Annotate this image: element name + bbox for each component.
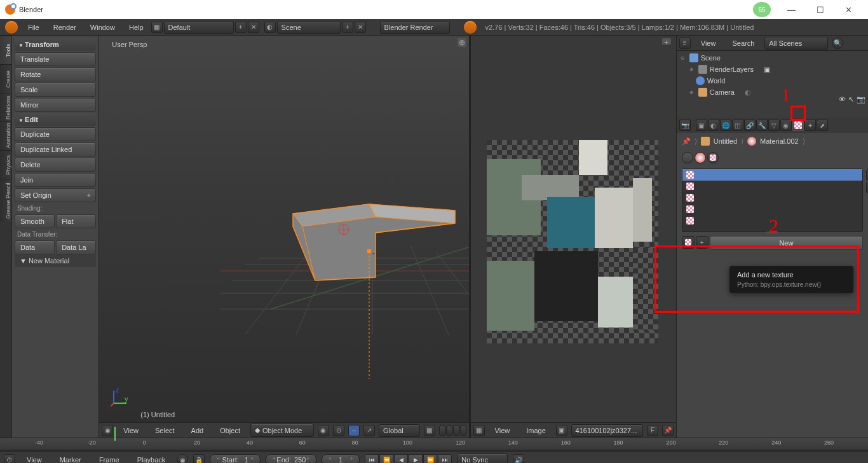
mode-selector[interactable]: ◆ Object Mode (250, 424, 314, 437)
menu-render[interactable]: Render (47, 21, 83, 34)
search-icon[interactable]: 🔍 (832, 38, 843, 49)
flat-button[interactable]: Flat (56, 214, 96, 228)
texture-new-plus-icon[interactable]: + (696, 236, 709, 249)
remove-scene-button[interactable]: ✕ (355, 22, 366, 33)
new-material-header[interactable]: ▼ New Material (15, 254, 96, 267)
view-menu[interactable]: View (117, 424, 145, 437)
tab-animation[interactable]: Animation (0, 121, 11, 150)
texture-slot-1[interactable] (682, 181, 862, 192)
layers-icon[interactable]: ▦ (424, 425, 435, 436)
tl-view[interactable]: View (20, 453, 48, 463)
tab-create[interactable]: Create (0, 64, 11, 93)
pivot-icon[interactable]: ⊙ (333, 425, 344, 436)
pin-icon[interactable]: 📌 (682, 137, 691, 146)
breadcrumb-object[interactable]: Untitled (714, 137, 737, 145)
brush-tex-icon[interactable] (707, 152, 719, 163)
tab-data-icon[interactable]: ▽ (768, 120, 780, 131)
select-menu[interactable]: Select (149, 424, 181, 437)
layer-buttons[interactable] (439, 425, 466, 436)
translate-button[interactable]: Translate (15, 52, 96, 66)
shading-solid-icon[interactable]: ◉ (318, 425, 329, 436)
next-key-icon[interactable]: ⏩ (423, 454, 437, 463)
scale-button[interactable]: Scale (15, 83, 96, 97)
duplicate-button[interactable]: Duplicate (15, 127, 96, 141)
object-menu[interactable]: Object (214, 424, 247, 437)
add-scene-button[interactable]: + (342, 22, 353, 33)
maximize-area-icon[interactable]: ⊕ (458, 38, 466, 47)
start-frame-field[interactable]: Start: 1 (210, 454, 261, 463)
tab-render-layers-icon[interactable]: ▣ (696, 120, 707, 131)
texture-browse-icon[interactable] (682, 236, 695, 249)
menu-window[interactable]: Window (84, 21, 121, 34)
set-origin-dropdown[interactable]: Set Origin (15, 188, 96, 202)
timeline-type-icon[interactable]: ⏱ (4, 454, 15, 463)
restriction-toggles[interactable]: 👁↖📷 (839, 95, 865, 104)
lock-icon[interactable]: 🔒 (193, 454, 205, 463)
maximize-button[interactable]: ☐ (806, 1, 834, 18)
render-engine-selector[interactable]: Blender Render (380, 21, 450, 34)
texture-slot-0[interactable] (682, 169, 862, 181)
pin-icon[interactable]: 📌 (662, 425, 674, 436)
remove-layout-button[interactable]: ✕ (248, 22, 259, 33)
editor-type-icon[interactable]: ◉ (102, 425, 113, 436)
tl-frame[interactable]: Frame (93, 453, 126, 463)
tab-particles-icon[interactable]: ✦ (804, 120, 816, 131)
jump-end-icon[interactable]: ⏭ (438, 454, 452, 463)
close-button[interactable]: ✕ (834, 1, 863, 18)
layout-icon[interactable]: ▦ (151, 22, 163, 33)
material-tex-icon[interactable] (695, 152, 706, 163)
outliner[interactable]: ⊖Scene ⊕RenderLayers▣ World ⊕Camera◐ 👁↖📷 (677, 51, 868, 118)
menu-help[interactable]: Help (123, 21, 150, 34)
tab-constraints-icon[interactable]: 🔗 (744, 120, 756, 131)
tab-texture-icon[interactable] (792, 120, 804, 131)
outliner-type-icon[interactable]: ≡ (679, 38, 691, 49)
uv-editor[interactable]: + (471, 36, 676, 438)
uv-image-menu[interactable]: Image (520, 424, 552, 437)
add-menu[interactable]: Add (185, 424, 210, 437)
tab-modifiers-icon[interactable]: 🔧 (756, 120, 768, 131)
tree-scene[interactable]: ⊖Scene (678, 52, 867, 64)
minimize-button[interactable]: — (777, 1, 806, 18)
play-reverse-icon[interactable]: ◀ (394, 454, 408, 463)
timeline-cursor[interactable] (114, 427, 116, 441)
sync-selector[interactable]: No Sync (457, 453, 508, 463)
viewport-3d[interactable]: User Persp ⊕ (99, 36, 469, 438)
image-browse-icon[interactable]: ▣ (556, 425, 567, 436)
tab-tools[interactable]: Tools (0, 36, 11, 64)
end-frame-field[interactable]: End: 250 (266, 454, 316, 463)
tree-world[interactable]: World (678, 75, 867, 86)
scene-icon[interactable]: ◐ (264, 22, 276, 33)
breadcrumb-material[interactable]: Material.002 (760, 137, 799, 145)
tab-render-icon[interactable]: 📷 (679, 120, 691, 131)
outliner-search[interactable]: Search (726, 37, 761, 50)
texture-slot-3[interactable] (682, 204, 862, 215)
fake-user-button[interactable]: F (647, 425, 658, 436)
data-layout-button[interactable]: Data La (56, 240, 96, 254)
manip-move-icon[interactable]: ↗ (363, 425, 375, 436)
duplicate-linked-button[interactable]: Duplicate Linked (15, 142, 96, 156)
tab-physics[interactable]: Physics (0, 150, 11, 179)
add-layout-button[interactable]: + (235, 22, 247, 33)
menu-file[interactable]: File (22, 21, 46, 34)
outliner-view[interactable]: View (695, 37, 722, 50)
tl-playback[interactable]: Playback (131, 453, 172, 463)
autokey-icon[interactable]: ◉ (177, 454, 188, 463)
tree-renderlayers[interactable]: ⊕RenderLayers▣ (678, 64, 867, 75)
data-button[interactable]: Data (15, 240, 55, 254)
tab-object-icon[interactable]: ◫ (732, 120, 743, 131)
tab-relations[interactable]: Relations (0, 93, 11, 121)
render-icon[interactable]: 📷 (857, 95, 865, 104)
prev-key-icon[interactable]: ⏪ (379, 454, 393, 463)
current-frame-field[interactable]: 1 (322, 454, 360, 463)
delete-button[interactable]: Delete (15, 158, 96, 172)
mirror-button[interactable]: Mirror (15, 98, 96, 112)
tl-marker[interactable]: Marker (53, 453, 88, 463)
rotate-button[interactable]: Rotate (15, 67, 96, 81)
layout-selector[interactable]: Default (164, 21, 234, 34)
scene-selector[interactable]: Scene (277, 21, 341, 34)
uv-editor-type-icon[interactable]: ▦ (473, 425, 485, 436)
new-texture-button[interactable]: New (710, 236, 863, 250)
jump-start-icon[interactable]: ⏮ (365, 454, 379, 463)
tab-physics-icon[interactable]: ⬈ (817, 120, 828, 131)
notification-badge[interactable]: 65 (753, 2, 771, 17)
